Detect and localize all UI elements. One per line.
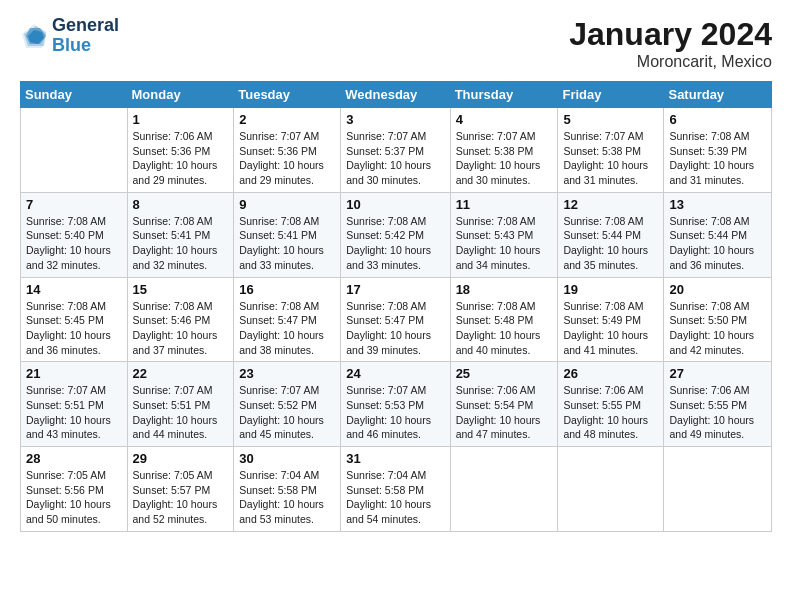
day-header-thursday: Thursday <box>450 82 558 108</box>
sunset-label: Sunset: 5:41 PM <box>133 229 211 241</box>
sunset-label: Sunset: 5:47 PM <box>346 314 424 326</box>
calendar-cell: 31 Sunrise: 7:04 AM Sunset: 5:58 PM Dayl… <box>341 447 450 532</box>
day-number: 19 <box>563 282 658 297</box>
day-number: 18 <box>456 282 553 297</box>
day-info: Sunrise: 7:08 AM Sunset: 5:50 PM Dayligh… <box>669 299 766 358</box>
sunset-label: Sunset: 5:38 PM <box>456 145 534 157</box>
day-info: Sunrise: 7:08 AM Sunset: 5:47 PM Dayligh… <box>239 299 335 358</box>
day-number: 16 <box>239 282 335 297</box>
logo-text: General Blue <box>52 16 119 56</box>
daylight-label: Daylight: 10 hours and 35 minutes. <box>563 244 648 271</box>
day-info: Sunrise: 7:06 AM Sunset: 5:36 PM Dayligh… <box>133 129 229 188</box>
day-number: 23 <box>239 366 335 381</box>
day-info: Sunrise: 7:07 AM Sunset: 5:37 PM Dayligh… <box>346 129 444 188</box>
calendar-cell: 28 Sunrise: 7:05 AM Sunset: 5:56 PM Dayl… <box>21 447 128 532</box>
page: General Blue January 2024 Moroncarit, Me… <box>0 0 792 542</box>
calendar-cell: 27 Sunrise: 7:06 AM Sunset: 5:55 PM Dayl… <box>664 362 772 447</box>
calendar-cell: 14 Sunrise: 7:08 AM Sunset: 5:45 PM Dayl… <box>21 277 128 362</box>
sunset-label: Sunset: 5:45 PM <box>26 314 104 326</box>
calendar-cell: 4 Sunrise: 7:07 AM Sunset: 5:38 PM Dayli… <box>450 108 558 193</box>
sunset-label: Sunset: 5:57 PM <box>133 484 211 496</box>
calendar-cell: 8 Sunrise: 7:08 AM Sunset: 5:41 PM Dayli… <box>127 192 234 277</box>
daylight-label: Daylight: 10 hours and 31 minutes. <box>669 159 754 186</box>
daylight-label: Daylight: 10 hours and 36 minutes. <box>669 244 754 271</box>
sunset-label: Sunset: 5:56 PM <box>26 484 104 496</box>
day-number: 8 <box>133 197 229 212</box>
day-info: Sunrise: 7:08 AM Sunset: 5:39 PM Dayligh… <box>669 129 766 188</box>
day-number: 26 <box>563 366 658 381</box>
calendar-cell: 16 Sunrise: 7:08 AM Sunset: 5:47 PM Dayl… <box>234 277 341 362</box>
day-number: 25 <box>456 366 553 381</box>
sunrise-label: Sunrise: 7:08 AM <box>563 300 643 312</box>
sunrise-label: Sunrise: 7:08 AM <box>669 130 749 142</box>
day-number: 17 <box>346 282 444 297</box>
daylight-label: Daylight: 10 hours and 42 minutes. <box>669 329 754 356</box>
day-number: 3 <box>346 112 444 127</box>
sunrise-label: Sunrise: 7:06 AM <box>563 384 643 396</box>
calendar-cell <box>450 447 558 532</box>
day-header-friday: Friday <box>558 82 664 108</box>
day-number: 13 <box>669 197 766 212</box>
calendar-title: January 2024 <box>569 16 772 53</box>
calendar-cell: 20 Sunrise: 7:08 AM Sunset: 5:50 PM Dayl… <box>664 277 772 362</box>
sunrise-label: Sunrise: 7:08 AM <box>456 300 536 312</box>
day-info: Sunrise: 7:08 AM Sunset: 5:43 PM Dayligh… <box>456 214 553 273</box>
daylight-label: Daylight: 10 hours and 30 minutes. <box>346 159 431 186</box>
sunset-label: Sunset: 5:36 PM <box>133 145 211 157</box>
sunrise-label: Sunrise: 7:05 AM <box>133 469 213 481</box>
calendar-cell <box>558 447 664 532</box>
day-info: Sunrise: 7:07 AM Sunset: 5:53 PM Dayligh… <box>346 383 444 442</box>
sunrise-label: Sunrise: 7:07 AM <box>563 130 643 142</box>
sunrise-label: Sunrise: 7:08 AM <box>239 300 319 312</box>
sunrise-label: Sunrise: 7:05 AM <box>26 469 106 481</box>
sunset-label: Sunset: 5:51 PM <box>133 399 211 411</box>
logo-line1: General <box>52 16 119 36</box>
calendar-cell: 29 Sunrise: 7:05 AM Sunset: 5:57 PM Dayl… <box>127 447 234 532</box>
sunrise-label: Sunrise: 7:07 AM <box>239 384 319 396</box>
day-info: Sunrise: 7:07 AM Sunset: 5:36 PM Dayligh… <box>239 129 335 188</box>
sunrise-label: Sunrise: 7:08 AM <box>669 300 749 312</box>
calendar-cell: 10 Sunrise: 7:08 AM Sunset: 5:42 PM Dayl… <box>341 192 450 277</box>
sunrise-label: Sunrise: 7:07 AM <box>239 130 319 142</box>
day-info: Sunrise: 7:07 AM Sunset: 5:38 PM Dayligh… <box>456 129 553 188</box>
calendar-cell: 23 Sunrise: 7:07 AM Sunset: 5:52 PM Dayl… <box>234 362 341 447</box>
sunrise-label: Sunrise: 7:04 AM <box>346 469 426 481</box>
daylight-label: Daylight: 10 hours and 40 minutes. <box>456 329 541 356</box>
sunset-label: Sunset: 5:47 PM <box>239 314 317 326</box>
calendar-header-row: SundayMondayTuesdayWednesdayThursdayFrid… <box>21 82 772 108</box>
day-info: Sunrise: 7:06 AM Sunset: 5:55 PM Dayligh… <box>563 383 658 442</box>
day-number: 6 <box>669 112 766 127</box>
sunrise-label: Sunrise: 7:08 AM <box>346 215 426 227</box>
sunset-label: Sunset: 5:36 PM <box>239 145 317 157</box>
sunrise-label: Sunrise: 7:07 AM <box>456 130 536 142</box>
day-info: Sunrise: 7:08 AM Sunset: 5:48 PM Dayligh… <box>456 299 553 358</box>
day-info: Sunrise: 7:08 AM Sunset: 5:49 PM Dayligh… <box>563 299 658 358</box>
sunrise-label: Sunrise: 7:07 AM <box>346 384 426 396</box>
sunset-label: Sunset: 5:58 PM <box>239 484 317 496</box>
day-info: Sunrise: 7:07 AM Sunset: 5:51 PM Dayligh… <box>26 383 122 442</box>
calendar-cell: 21 Sunrise: 7:07 AM Sunset: 5:51 PM Dayl… <box>21 362 128 447</box>
day-info: Sunrise: 7:04 AM Sunset: 5:58 PM Dayligh… <box>239 468 335 527</box>
logo: General Blue <box>20 16 119 56</box>
calendar-cell: 26 Sunrise: 7:06 AM Sunset: 5:55 PM Dayl… <box>558 362 664 447</box>
calendar-subtitle: Moroncarit, Mexico <box>569 53 772 71</box>
daylight-label: Daylight: 10 hours and 32 minutes. <box>26 244 111 271</box>
day-info: Sunrise: 7:08 AM Sunset: 5:47 PM Dayligh… <box>346 299 444 358</box>
daylight-label: Daylight: 10 hours and 41 minutes. <box>563 329 648 356</box>
day-info: Sunrise: 7:08 AM Sunset: 5:45 PM Dayligh… <box>26 299 122 358</box>
calendar-cell: 25 Sunrise: 7:06 AM Sunset: 5:54 PM Dayl… <box>450 362 558 447</box>
day-number: 9 <box>239 197 335 212</box>
sunrise-label: Sunrise: 7:04 AM <box>239 469 319 481</box>
day-info: Sunrise: 7:06 AM Sunset: 5:55 PM Dayligh… <box>669 383 766 442</box>
day-number: 4 <box>456 112 553 127</box>
day-info: Sunrise: 7:08 AM Sunset: 5:46 PM Dayligh… <box>133 299 229 358</box>
day-number: 21 <box>26 366 122 381</box>
calendar-cell: 6 Sunrise: 7:08 AM Sunset: 5:39 PM Dayli… <box>664 108 772 193</box>
day-number: 5 <box>563 112 658 127</box>
calendar-week-row: 7 Sunrise: 7:08 AM Sunset: 5:40 PM Dayli… <box>21 192 772 277</box>
day-header-tuesday: Tuesday <box>234 82 341 108</box>
calendar-cell: 15 Sunrise: 7:08 AM Sunset: 5:46 PM Dayl… <box>127 277 234 362</box>
sunset-label: Sunset: 5:51 PM <box>26 399 104 411</box>
sunrise-label: Sunrise: 7:07 AM <box>346 130 426 142</box>
calendar-cell: 18 Sunrise: 7:08 AM Sunset: 5:48 PM Dayl… <box>450 277 558 362</box>
